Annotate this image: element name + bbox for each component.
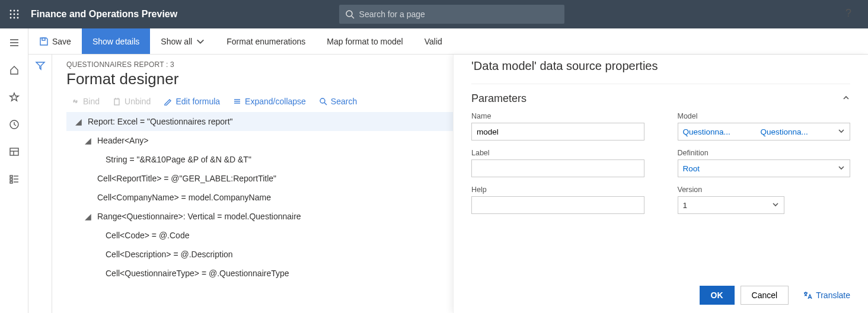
expand-collapse-label: Expand/collapse: [245, 97, 306, 106]
show-details-label: Show details: [92, 37, 139, 46]
unbind-button: Unbind: [113, 97, 151, 106]
save-button[interactable]: Save: [28, 28, 82, 54]
svg-rect-25: [114, 99, 119, 105]
global-search-input[interactable]: [359, 9, 559, 19]
tree-node-questionnairetype[interactable]: Cell<QuestionnaireType> = @.Questionnair…: [66, 264, 453, 283]
save-icon: [39, 37, 49, 46]
definition-select[interactable]: Root: [678, 159, 851, 177]
panel-title: 'Data model' data source properties: [471, 59, 850, 73]
tree-node-code[interactable]: Cell<Code> = @.Code: [66, 226, 453, 245]
help-field: Help: [471, 186, 644, 214]
map-format-button[interactable]: Map format to model: [316, 28, 413, 54]
definition-field: Definition Root: [678, 149, 851, 177]
tree-node-label: Cell<ReportTitle> = @"GER_LABEL:ReportTi…: [97, 174, 276, 183]
global-search[interactable]: [339, 5, 564, 24]
svg-point-7: [14, 17, 15, 19]
version-field: Version 1: [678, 186, 851, 214]
version-select[interactable]: 1: [678, 196, 784, 214]
svg-point-1: [14, 10, 15, 12]
svg-point-31: [320, 98, 325, 103]
edit-formula-label: Edit formula: [175, 97, 220, 106]
tree-node-reporttitle[interactable]: Cell<ReportTitle> = @"GER_LABEL:ReportTi…: [66, 169, 453, 188]
tree-node-range[interactable]: ◢Range<Questionnaire>: Vertical = model.…: [66, 207, 453, 226]
format-designer-pane: QUESTIONNAIRES REPORT : 3 Format designe…: [52, 55, 453, 313]
tree-node-companyname[interactable]: Cell<CompanyName> = model.CompanyName: [66, 188, 453, 207]
translate-button[interactable]: Translate: [803, 290, 850, 300]
ok-button[interactable]: OK: [700, 286, 735, 305]
svg-point-6: [10, 17, 12, 19]
tree-node-report[interactable]: ◢Report: Excel = "Questionnaires report": [66, 112, 453, 131]
svg-point-2: [17, 10, 19, 12]
format-tree: ◢Report: Excel = "Questionnaires report"…: [66, 112, 453, 283]
svg-line-10: [352, 16, 354, 18]
tree-node-label: String = "&R&10Page &P of &N &D &T": [106, 155, 251, 164]
format-enumerations-button[interactable]: Format enumerations: [216, 28, 316, 54]
model-select-value-b: Questionna...: [760, 127, 808, 136]
tree-node-header[interactable]: ◢Header<Any>: [66, 131, 453, 150]
search-icon: [345, 9, 355, 19]
unbind-label: Unbind: [125, 97, 151, 106]
search-label: Search: [331, 97, 357, 106]
workspace-icon[interactable]: [0, 142, 28, 161]
caret-icon[interactable]: ◢: [74, 117, 83, 126]
version-label: Version: [678, 186, 851, 194]
validate-button[interactable]: Valid: [414, 28, 453, 54]
name-input[interactable]: [471, 123, 644, 140]
top-navbar: Finance and Operations Preview: [0, 0, 868, 28]
edit-formula-button[interactable]: Edit formula: [164, 97, 220, 106]
cancel-button[interactable]: Cancel: [741, 286, 789, 305]
search-button[interactable]: Search: [319, 97, 357, 106]
tree-node-description[interactable]: Cell<Description> = @.Description: [66, 245, 453, 264]
save-label: Save: [52, 37, 71, 46]
svg-line-32: [324, 103, 327, 105]
help-input[interactable]: [471, 196, 644, 214]
hamburger-icon[interactable]: [0, 33, 28, 52]
tree-node-label: Range<Questionnaire>: Vertical = model.Q…: [97, 212, 301, 221]
definition-label: Definition: [678, 149, 851, 157]
chevron-up-icon[interactable]: [842, 94, 850, 104]
model-select-value-a: Questionna...: [683, 127, 730, 136]
chevron-down-icon: [196, 37, 205, 46]
datasource-properties-panel: 'Data model' data source properties Para…: [453, 55, 868, 313]
model-select[interactable]: Questionna... Questionna...: [678, 123, 851, 140]
home-icon[interactable]: [0, 60, 28, 79]
tree-node-label: Cell<Description> = @.Description: [106, 250, 233, 259]
name-label: Name: [471, 112, 644, 120]
modules-icon[interactable]: [0, 170, 28, 189]
chevron-down-icon: [838, 164, 845, 173]
validate-label: Valid: [425, 37, 442, 46]
map-format-label: Map format to model: [327, 37, 403, 46]
svg-rect-24: [42, 38, 45, 40]
tree-node-label: Cell<CompanyName> = model.CompanyName: [97, 193, 271, 202]
translate-icon: [803, 290, 812, 300]
tree-node-string[interactable]: String = "&R&10Page &P of &N &D &T": [66, 150, 453, 169]
bind-button: Bind: [71, 97, 100, 106]
svg-point-4: [14, 14, 15, 15]
format-enumerations-label: Format enumerations: [226, 37, 305, 46]
svg-point-9: [346, 11, 352, 17]
designer-toolbar: Bind Unbind Edit formula Expand/collapse…: [66, 94, 453, 112]
name-field: Name: [471, 112, 644, 140]
label-input[interactable]: [471, 159, 644, 177]
model-label: Model: [678, 112, 851, 120]
breadcrumb: QUESTIONNAIRES REPORT : 3: [66, 60, 453, 69]
label-field: Label: [471, 149, 644, 177]
star-icon[interactable]: [0, 88, 28, 107]
parameters-section-header[interactable]: Parameters: [471, 84, 850, 105]
chevron-down-icon: [838, 127, 845, 136]
version-select-value: 1: [683, 201, 688, 210]
caret-icon[interactable]: ◢: [83, 212, 92, 221]
app-launcher-icon[interactable]: [0, 0, 28, 28]
help-icon[interactable]: ?: [845, 7, 851, 20]
show-details-button[interactable]: Show details: [82, 28, 150, 54]
expand-collapse-button[interactable]: Expand/collapse: [233, 97, 306, 106]
recent-icon[interactable]: [0, 115, 28, 134]
show-all-button[interactable]: Show all: [150, 28, 216, 54]
filter-icon[interactable]: [35, 60, 46, 71]
svg-point-8: [17, 17, 19, 19]
tree-node-label: Cell<QuestionnaireType> = @.Questionnair…: [106, 269, 289, 278]
caret-icon[interactable]: ◢: [83, 136, 92, 145]
tree-node-label: Header<Any>: [97, 136, 148, 145]
label-label: Label: [471, 149, 644, 157]
tree-node-label: Report: Excel = "Questionnaires report": [88, 117, 233, 126]
